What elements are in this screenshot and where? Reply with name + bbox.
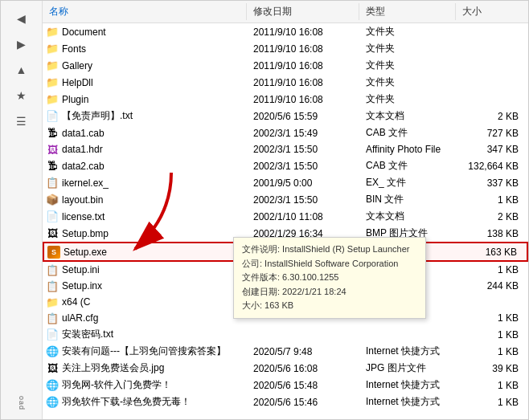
tooltip-line5: 大小: 163 KB <box>242 299 417 313</box>
table-row[interactable]: 🗜data1.cab2002/3/1 15:49CAB 文件727 KB <box>43 124 528 141</box>
tooltip-line1: 文件说明: InstallShield (R) Setup Launcher <box>242 243 417 257</box>
tooltip-line2: 公司: InstallShield Software Corporation <box>242 257 417 271</box>
file-name-cell: 🖼data1.hdr <box>43 142 247 157</box>
file-name-text: ulAR.cfg <box>62 312 98 324</box>
file-type: 文本文档 <box>359 209 456 224</box>
nav-up[interactable]: ▲ <box>7 59 36 81</box>
file-date: 2011/9/10 16:08 <box>247 59 359 72</box>
file-type: Internet 快捷方式 <box>359 344 456 359</box>
table-row[interactable]: 🌐安装有问题---【上羽免问管搜索答案】2020/5/7 9:48Interne… <box>43 343 528 360</box>
file-name-cell: 📋Setup.ini <box>43 263 247 277</box>
file-icon: 📁 <box>46 26 59 39</box>
file-name-cell: 🌐羽免软件下载-绿色免费无毒！ <box>43 394 247 410</box>
file-icon: 🗜 <box>46 127 59 140</box>
file-size <box>456 99 528 100</box>
table-row[interactable]: 📋ikernel.ex_2001/9/5 0:00EX_ 文件337 KB <box>43 174 528 191</box>
file-name-cell: SSetup.exe <box>44 245 245 259</box>
file-name-text: data1.cab <box>62 128 105 139</box>
file-name-cell: 🗜data2.cab <box>43 159 247 173</box>
table-row[interactable]: 📄安装密码.txt1 KB <box>43 326 528 343</box>
file-date: 2020/5/6 15:59 <box>247 110 359 123</box>
file-size: 138 KB <box>456 227 528 240</box>
file-type: CAB 文件 <box>359 125 456 141</box>
file-icon: 🖼 <box>46 362 59 375</box>
file-icon: 📦 <box>46 194 59 206</box>
left-panel: ◀ ▶ ▲ ★ ☰ oad <box>1 1 43 419</box>
table-row[interactable]: 📦layout.bin2002/3/1 15:50BIN 文件1 KB <box>43 191 528 208</box>
file-date: 2020/5/6 15:48 <box>247 379 359 392</box>
file-name-cell: 📁Gallery <box>43 59 247 73</box>
col-header-type[interactable]: 类型 <box>359 3 456 20</box>
table-row[interactable]: 🌐羽免软件下载-绿色免费无毒！2020/5/6 15:46Internet 快捷… <box>43 393 528 410</box>
table-row[interactable]: 📄【免责声明】.txt2020/5/6 15:59文本文档2 KB <box>43 108 528 124</box>
nav-view[interactable]: ☰ <box>7 110 36 133</box>
file-size <box>456 82 528 84</box>
file-name-cell: 📦layout.bin <box>43 193 247 207</box>
file-name-cell: 📁x64 (C <box>43 295 247 309</box>
table-row[interactable]: 🗜data2.cab2002/3/1 15:50CAB 文件132,664 KB <box>43 157 528 174</box>
file-date: 2002/3/1 15:50 <box>247 194 359 206</box>
file-size: 132,664 KB <box>456 160 528 173</box>
file-type <box>359 334 456 336</box>
file-name-cell: 📋ulAR.cfg <box>43 311 247 325</box>
table-row[interactable]: 📁HelpDll2011/9/10 16:08文件夹 <box>43 74 528 91</box>
file-icon: 📋 <box>46 279 59 292</box>
file-name-cell: 🌐羽免网-软件入门免费学！ <box>43 377 247 393</box>
file-name-text: Setup.ini <box>62 264 100 275</box>
table-row[interactable]: 🌐羽免网-软件入门免费学！2020/5/6 15:48Internet 快捷方式… <box>43 377 528 393</box>
file-icon: 📄 <box>46 110 59 123</box>
column-headers: 名称 修改日期 类型 大小 <box>43 1 528 23</box>
file-name-cell: 🗜data1.cab <box>43 126 247 141</box>
file-icon: 📋 <box>46 177 59 190</box>
table-row[interactable]: 📁Fonts2011/9/10 16:08文件夹 <box>43 40 528 57</box>
file-date: 2011/9/10 16:08 <box>247 26 359 39</box>
file-name-text: Fonts <box>62 43 86 55</box>
file-size <box>456 31 528 33</box>
file-date: 2002/3/1 15:49 <box>247 127 359 140</box>
table-row[interactable]: 📁Gallery2011/9/10 16:08文件夹 <box>43 57 528 74</box>
nav-recent[interactable]: ★ <box>7 84 36 107</box>
file-name-text: HelpDll <box>62 77 93 88</box>
file-date: 2002/3/1 15:50 <box>247 160 359 173</box>
file-size: 1 KB <box>456 194 528 206</box>
nav-back[interactable]: ◀ <box>7 7 36 30</box>
file-date: 2020/5/7 9:48 <box>247 345 359 358</box>
col-header-date[interactable]: 修改日期 <box>247 3 359 20</box>
file-date: 2002/1/10 11:08 <box>247 210 359 223</box>
file-icon: 📄 <box>46 328 59 341</box>
table-row[interactable]: 🖼data1.hdr2002/3/1 15:50Affinity Photo F… <box>43 141 528 157</box>
file-name-text: data1.hdr <box>62 144 103 155</box>
file-icon: 🌐 <box>46 379 59 392</box>
file-name-text: 羽免软件下载-绿色免费无毒！ <box>62 395 191 409</box>
file-type: EX_ 文件 <box>359 175 456 190</box>
file-size: 1 KB <box>456 345 528 358</box>
file-name-text: Gallery <box>62 60 92 71</box>
file-size: 1 KB <box>456 263 528 276</box>
file-type: Internet 快捷方式 <box>359 394 456 410</box>
file-icon: 🗜 <box>46 160 59 173</box>
col-header-name[interactable]: 名称 <box>43 3 247 20</box>
file-type: Internet 快捷方式 <box>359 377 456 393</box>
file-name-text: license.txt <box>62 211 105 222</box>
file-name-text: 羽免网-软件入门免费学！ <box>62 378 171 392</box>
file-type: 文件夹 <box>359 58 456 73</box>
table-row[interactable]: 📄license.txt2002/1/10 11:08文本文档2 KB <box>43 208 528 225</box>
file-icon: 📁 <box>46 76 59 89</box>
file-size <box>456 301 528 303</box>
file-type: 文件夹 <box>359 92 456 107</box>
nav-forward[interactable]: ▶ <box>7 33 36 55</box>
file-list[interactable]: 📁Document2011/9/10 16:08文件夹📁Fonts2011/9/… <box>43 23 528 419</box>
col-header-size[interactable]: 大小 <box>456 3 528 20</box>
table-row[interactable]: 📁Plugin2011/9/10 16:08文件夹 <box>43 91 528 108</box>
file-size: 244 KB <box>456 279 528 292</box>
file-name-cell: 📄license.txt <box>43 210 247 224</box>
file-type: CAB 文件 <box>359 158 456 173</box>
table-row[interactable]: 🖼关注上羽免费送会员.jpg2020/5/6 16:08JPG 图片文件39 K… <box>43 360 528 377</box>
file-size: 1 KB <box>456 396 528 409</box>
tooltip-line4: 创建日期: 2022/1/21 18:24 <box>242 285 417 300</box>
file-name-text: x64 (C <box>62 296 90 308</box>
file-size <box>456 48 528 50</box>
file-type: 文本文档 <box>359 108 456 124</box>
table-row[interactable]: 📁Document2011/9/10 16:08文件夹 <box>43 23 528 40</box>
file-name-cell: 📁HelpDll <box>43 75 247 90</box>
